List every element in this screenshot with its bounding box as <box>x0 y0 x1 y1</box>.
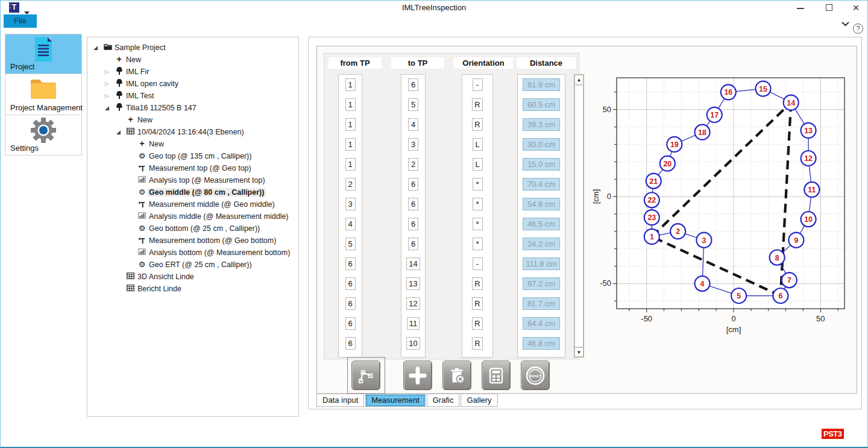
reset-button[interactable]: RESET <box>521 361 550 390</box>
close-button[interactable]: × <box>846 1 866 14</box>
from-tp-field[interactable]: 1 <box>345 78 356 91</box>
to-tp-field[interactable]: 6 <box>408 78 418 91</box>
tree-item-3d-ansicht-linde[interactable]: 3D Ansicht Linde <box>87 271 298 283</box>
sidebar-item-settings[interactable]: Settings <box>5 115 81 155</box>
from-tp-field[interactable]: 1 <box>345 158 356 171</box>
from-tp-field[interactable]: 4 <box>345 218 356 230</box>
tree-item-analysis-top-measurement-top[interactable]: Analysis top (@ Measurement top) <box>87 174 298 186</box>
tab-data-input[interactable]: Data input <box>316 394 364 407</box>
distance-field[interactable]: 97.2 cm <box>523 277 560 290</box>
to-tp-field[interactable]: 14 <box>406 257 420 270</box>
to-tp-field[interactable]: 11 <box>407 317 420 330</box>
tree-item-iml-open-cavity[interactable]: ▷IML open cavity <box>87 78 298 90</box>
to-tp-field[interactable]: 3 <box>408 138 418 151</box>
tab-gallery[interactable]: Gallery <box>461 394 497 407</box>
to-tp-field[interactable]: 12 <box>406 297 420 310</box>
orientation-field[interactable]: L <box>473 138 483 151</box>
orientation-field[interactable]: * <box>473 178 483 191</box>
distance-field[interactable]: 81.9 cm <box>523 78 560 91</box>
distance-field[interactable]: 54.6 cm <box>523 198 560 210</box>
tree-item-sample-project[interactable]: ◢Sample Project <box>87 42 298 54</box>
distance-field[interactable]: 70.4 cm <box>523 178 560 191</box>
distance-field[interactable]: 39.3 cm <box>523 118 560 131</box>
tree-item-iml-test[interactable]: ▷IML Test <box>87 90 298 102</box>
orientation-field[interactable]: - <box>473 257 483 270</box>
distance-field[interactable]: 24.2 cm <box>523 238 560 250</box>
expander-expanded-icon[interactable]: ◢ <box>105 105 114 111</box>
scroll-down-icon[interactable]: ▼ <box>574 347 583 357</box>
to-tp-field[interactable]: 4 <box>408 118 418 131</box>
from-tp-field[interactable]: 1 <box>345 138 356 151</box>
orientation-field[interactable]: R <box>472 118 482 131</box>
distance-field[interactable]: 111.8 cm <box>523 257 560 270</box>
expander-collapsed-icon[interactable]: ▷ <box>105 69 114 75</box>
tree-item-new[interactable]: +New <box>87 54 298 66</box>
delete-row-button[interactable] <box>442 361 471 390</box>
tree-item-measurement-top-geo-top[interactable]: ▸TMeasurement top (@ Geo top) <box>87 162 298 174</box>
tree-item-bericht-linde[interactable]: Bericht Linde <box>87 283 298 295</box>
orientation-field[interactable]: - <box>473 78 483 91</box>
orientation-field[interactable]: * <box>473 198 483 210</box>
tree-item-analysis-middle-measurement-middle[interactable]: Analysis middle (@ Measurement middle) <box>87 210 298 222</box>
help-button[interactable]: ? <box>853 24 863 34</box>
tree-item-new[interactable]: +New <box>87 114 298 126</box>
calculate-button[interactable] <box>482 361 511 390</box>
orientation-field[interactable]: R <box>472 297 482 310</box>
distance-field[interactable]: 46.8 cm <box>523 337 560 350</box>
distance-field[interactable]: 60.5 cm <box>523 98 560 111</box>
sidebar-item-project-management[interactable]: Project Management <box>5 74 81 115</box>
orientation-field[interactable]: R <box>472 317 482 330</box>
collapse-ribbon-icon[interactable] <box>841 18 850 29</box>
tree-item-geo-top-135-cm-calliper[interactable]: ⚙Geo top (@ 135 cm , Calliper)) <box>87 150 298 162</box>
distance-field[interactable]: 15.0 cm <box>523 158 560 171</box>
orientation-field[interactable]: R <box>472 277 482 290</box>
tab-grafic[interactable]: Grafic <box>427 394 460 407</box>
to-tp-field[interactable]: 6 <box>408 198 418 210</box>
orientation-field[interactable]: * <box>473 218 483 230</box>
to-tp-field[interactable]: 2 <box>408 158 418 171</box>
orientation-field[interactable]: * <box>473 238 483 250</box>
maximize-button[interactable] <box>819 1 839 14</box>
orientation-field[interactable]: R <box>472 98 482 111</box>
orientation-field[interactable]: R <box>472 337 482 350</box>
tree-item-iml-fir[interactable]: ▷IML Fir <box>87 66 298 78</box>
sidebar-item-project[interactable]: Project <box>5 34 81 74</box>
from-tp-field[interactable]: 6 <box>345 317 356 330</box>
to-tp-field[interactable]: 5 <box>408 98 418 111</box>
from-tp-field[interactable]: 5 <box>345 238 356 250</box>
minimize-button[interactable] <box>790 1 811 14</box>
from-tp-field[interactable]: 6 <box>345 277 356 290</box>
distance-field[interactable]: 64.4 cm <box>523 317 560 330</box>
tree-item-geo-bottom-25-cm-calliper[interactable]: ⚙Geo bottom (@ 25 cm , Calliper)) <box>87 222 298 235</box>
from-tp-field[interactable]: 6 <box>345 297 356 310</box>
scroll-up-icon[interactable]: ▲ <box>574 75 583 84</box>
to-tp-field[interactable]: 13 <box>406 277 420 290</box>
expander-expanded-icon[interactable]: ◢ <box>116 129 125 135</box>
from-tp-field[interactable]: 6 <box>345 257 356 270</box>
distance-field[interactable]: 30.0 cm <box>523 138 560 151</box>
tree-item-tilia16-112505-b-147[interactable]: ◢Tilia16 112505 B 147 <box>87 102 298 114</box>
tree-item-geo-ert-25-cm-calliper[interactable]: ⚙Geo ERT (@ 25 cm , Calliper)) <box>87 259 298 271</box>
scrollbar-thumb[interactable] <box>574 85 583 347</box>
tree-item-new[interactable]: +New <box>87 138 298 150</box>
to-tp-field[interactable]: 6 <box>408 178 418 191</box>
to-tp-field[interactable]: 10 <box>406 337 420 350</box>
measure-path-button[interactable] <box>351 361 380 390</box>
tree-item-10-04-2024-13-16-44-3-ebenen[interactable]: ◢10/04/2024 13:16:44(3 Ebenen) <box>87 126 298 138</box>
to-tp-field[interactable]: 6 <box>408 238 418 250</box>
to-tp-field[interactable]: 6 <box>408 218 418 230</box>
from-tp-field[interactable]: 1 <box>345 118 356 131</box>
table-scrollbar[interactable]: ▲ ▼ <box>574 74 584 358</box>
expander-expanded-icon[interactable]: ◢ <box>93 45 102 51</box>
tab-measurement[interactable]: Measurement <box>365 394 425 407</box>
expander-collapsed-icon[interactable]: ▷ <box>105 93 114 99</box>
expander-collapsed-icon[interactable]: ▷ <box>105 81 114 87</box>
from-tp-field[interactable]: 3 <box>345 198 356 210</box>
orientation-field[interactable]: L <box>473 158 483 171</box>
tree-item-geo-middle-80-cm-calliper[interactable]: ⚙Geo middle (@ 80 cm , Calliper)) <box>87 186 298 198</box>
distance-field[interactable]: 81.7 cm <box>523 297 560 310</box>
add-row-button[interactable] <box>403 361 432 390</box>
distance-field[interactable]: 46.5 cm <box>523 218 560 230</box>
from-tp-field[interactable]: 2 <box>345 178 356 191</box>
from-tp-field[interactable]: 6 <box>345 337 356 350</box>
